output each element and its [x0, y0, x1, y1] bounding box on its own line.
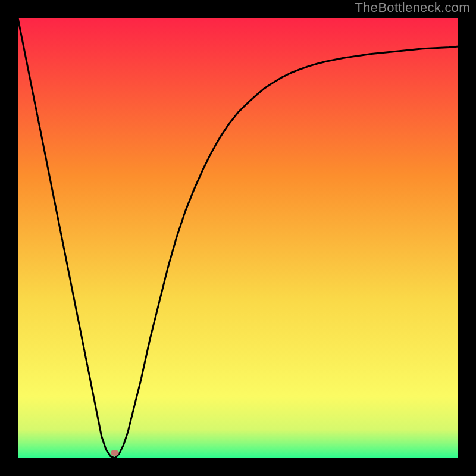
watermark-text: TheBottleneck.com [355, 0, 470, 15]
gradient-bg [18, 18, 458, 458]
marker-dot [111, 450, 119, 456]
plot-area [18, 18, 458, 458]
chart-frame: TheBottleneck.com [0, 0, 476, 476]
chart-svg [18, 18, 458, 458]
